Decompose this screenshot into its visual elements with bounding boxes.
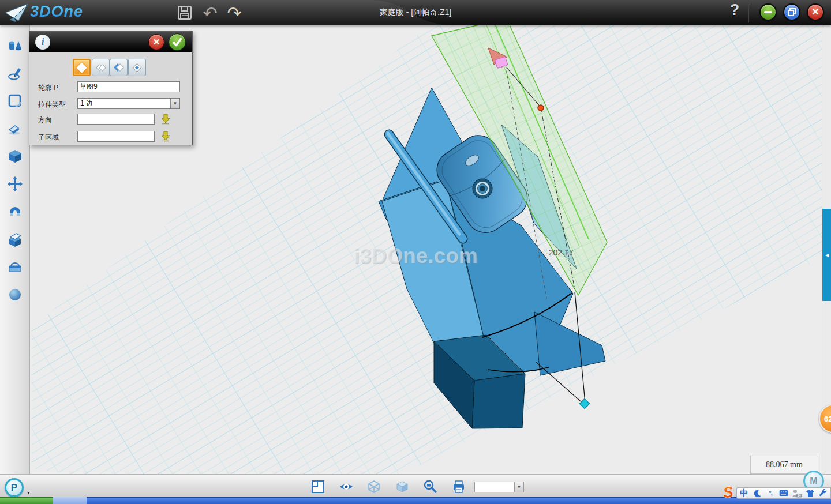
wireframe-display-button[interactable] [366, 479, 383, 495]
ime-brand-logo[interactable]: S [721, 483, 739, 501]
combo-arrow-icon[interactable]: ▼ [170, 99, 179, 108]
ucs-view-button[interactable] [310, 479, 327, 495]
cancel-x-icon: ✕ [153, 37, 160, 47]
minimize-icon [764, 11, 772, 13]
panel-expand-tab[interactable]: ◀ [822, 209, 831, 301]
cancel-button[interactable]: ✕ [148, 34, 164, 50]
close-button[interactable]: ✕ [807, 3, 824, 21]
endpoint-diamond-marker[interactable] [580, 399, 590, 409]
taskbar-quicklaunch-segment[interactable] [53, 497, 87, 504]
combo-arrow-icon[interactable]: ▼ [514, 482, 523, 492]
info-icon: i [35, 35, 50, 50]
quick-menu-caret-icon[interactable]: ▼ [27, 491, 31, 495]
visibility-button[interactable] [339, 479, 355, 495]
ucs-plane-icon [310, 479, 325, 494]
view-preset-combobox[interactable]: ▼ [474, 482, 524, 492]
restore-icon [788, 8, 796, 16]
direction-pick-icon[interactable] [160, 113, 171, 125]
shirt-icon [806, 489, 815, 498]
notification-badge[interactable]: 62 [819, 404, 831, 433]
ime-language-button[interactable]: 中 [739, 488, 749, 498]
view-toolbar: P ▼ [0, 474, 831, 497]
profile-mode-multi-button[interactable] [92, 59, 110, 76]
dialog-header[interactable]: i ✕ [29, 32, 192, 52]
check-icon [171, 36, 184, 48]
eye-icon [339, 479, 354, 494]
confirm-button[interactable] [169, 33, 186, 51]
keyboard-icon [779, 489, 788, 497]
magnet-icon [7, 204, 23, 220]
subregion-input[interactable] [77, 131, 155, 142]
ime-brand-letter: S [722, 483, 734, 501]
app-name: 3DOne [30, 3, 83, 21]
tool-sidebar [0, 25, 30, 474]
extrude-type-label: 拉伸类型 [38, 100, 66, 110]
section-box-icon [7, 259, 23, 275]
help-button[interactable]: ? [725, 1, 744, 19]
printer-icon [451, 479, 466, 494]
profile-label: 轮廓 P [38, 83, 58, 93]
print-button[interactable] [451, 479, 467, 495]
shaded-cube-icon [395, 479, 410, 494]
direction-input[interactable] [77, 114, 155, 125]
wireframe-cube-icon [366, 479, 381, 494]
redo-button[interactable]: ↷ [225, 3, 244, 22]
sidebar-tool-features[interactable] [7, 148, 23, 164]
ime-account-button[interactable]: 14 [792, 488, 802, 498]
app-logo-icon [5, 3, 29, 23]
redo-icon: ↷ [227, 3, 241, 23]
anchor-point-marker[interactable] [538, 105, 544, 111]
profile-mode-region-button[interactable] [110, 59, 128, 76]
sketch-plane-icon [7, 93, 23, 109]
sidebar-tool-render[interactable] [7, 287, 23, 303]
extrude-dialog: i ✕ 轮廓 P 拉伸类型 1 边 ▼ 方向 子区域 [29, 31, 193, 145]
document-title: 家庭版 - [阿帕奇.Z1] [380, 7, 451, 18]
moon-icon [753, 489, 762, 498]
taskbar-blue-segment[interactable] [87, 497, 831, 504]
zoom-view-button[interactable] [423, 479, 439, 495]
ime-toolbar: 中 °, 14 [721, 484, 831, 499]
ime-panel: 中 °, 14 [736, 487, 831, 499]
diamond-dot-icon [133, 63, 142, 72]
ime-skin-button[interactable] [805, 488, 815, 498]
sidebar-tool-primitives[interactable] [7, 37, 23, 54]
titlebar-separator [748, 3, 749, 22]
profile-mode-single-button[interactable] [73, 59, 91, 76]
save-icon [177, 5, 192, 20]
cube-icon [7, 148, 23, 164]
ime-softkeyboard-button[interactable] [778, 488, 788, 498]
subregion-pick-icon[interactable] [160, 130, 171, 142]
profile-input[interactable] [77, 81, 180, 92]
undo-button[interactable]: ↶ [201, 3, 219, 22]
undo-icon: ↶ [203, 3, 217, 23]
user-badge: 14 [798, 494, 802, 497]
ime-settings-button[interactable] [818, 488, 828, 498]
taskbar-green-segment[interactable] [0, 497, 53, 504]
diamond-solid-icon [76, 62, 87, 73]
save-button[interactable] [175, 3, 194, 22]
sidebar-tool-sketch[interactable] [7, 65, 23, 81]
ime-fullwidth-button[interactable] [753, 488, 762, 498]
ime-punctuation-button[interactable]: °, [766, 488, 776, 498]
sidebar-tool-assembly[interactable] [7, 204, 23, 220]
shaded-display-button[interactable] [395, 479, 411, 495]
extrude-type-select[interactable]: 1 边 ▼ [77, 98, 180, 109]
sidebar-tool-special-edit[interactable] [7, 121, 23, 137]
primitives-icon [7, 37, 23, 54]
wrench-icon [819, 489, 828, 498]
measurement-readout: 88.067 mm [750, 456, 818, 474]
title-bar: 3DOne ↶ ↷ 家庭版 - [阿帕奇.Z1] ? ✕ [0, 0, 831, 25]
maximize-button[interactable] [783, 3, 800, 21]
quick-menu-p-button[interactable]: P [5, 478, 24, 497]
zoom-magnifier-icon [423, 479, 438, 494]
sidebar-tool-combine[interactable] [7, 231, 23, 247]
user-icon: 14 [792, 489, 802, 498]
sidebar-tool-edit-sketch[interactable] [7, 93, 23, 109]
watermark: i3DOne.com [353, 244, 478, 268]
extrude-type-value: 1 边 [80, 99, 93, 107]
direction-label: 方向 [38, 115, 52, 125]
minimize-button[interactable] [759, 3, 777, 21]
profile-mode-point-button[interactable] [128, 59, 146, 76]
sidebar-tool-move[interactable] [7, 176, 23, 192]
sidebar-tool-section[interactable] [7, 259, 23, 275]
